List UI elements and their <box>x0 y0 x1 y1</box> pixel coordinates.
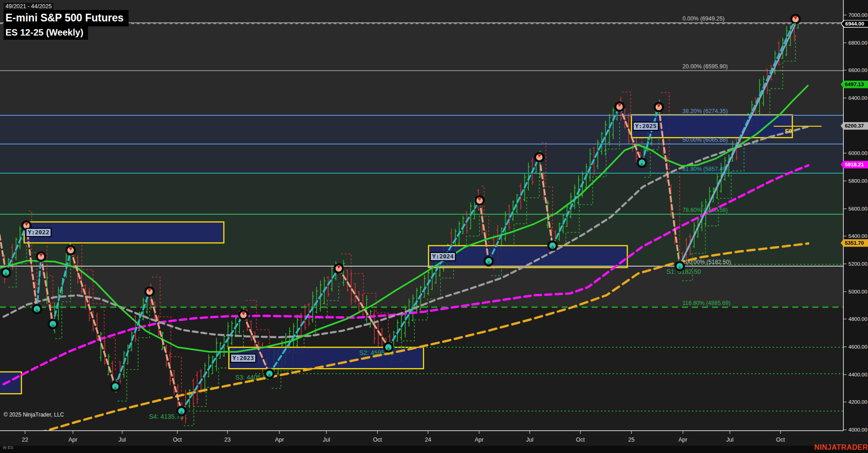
swing-high-marker[interactable] <box>36 252 46 262</box>
chart-title: E-mini S&P 500 Futures <box>4 10 129 26</box>
time-tick-label: Apr <box>678 437 687 443</box>
swing-low-marker[interactable] <box>110 381 121 392</box>
price-badge: 6200.37 <box>841 122 868 130</box>
time-tick-label: Jul <box>119 437 126 443</box>
year-box-label: Y:2024 <box>430 252 456 261</box>
fib-level-label: 61.80% (5857.40) <box>682 166 728 172</box>
time-tick-label: Oct <box>776 437 785 443</box>
fib-level-label: 0.00% (6949.25) <box>682 15 724 22</box>
swing-high-marker[interactable] <box>475 196 485 206</box>
price-tick-label: 6400.00 <box>848 95 868 101</box>
time-tick-label: Oct <box>576 437 585 443</box>
swing-high-marker[interactable] <box>790 14 801 25</box>
time-tick-label: 24 <box>425 437 431 443</box>
price-tick-label: 4400.00 <box>848 372 868 377</box>
time-tick-label: Oct <box>373 437 382 443</box>
swing-high-marker[interactable] <box>615 102 625 112</box>
swing-low-marker[interactable] <box>176 406 187 417</box>
swing-high-marker[interactable] <box>66 245 76 256</box>
swing-high-marker[interactable] <box>534 152 545 163</box>
price-badge-value: 6944.00 <box>842 21 868 27</box>
price-tick-label: 4600.00 <box>848 344 868 350</box>
price-tick-label: 4200.00 <box>848 399 868 405</box>
chart-window: 0.00% (6949.25)20.00% (6595.90)38.20% (6… <box>0 0 868 453</box>
fib-extension-label: F0 <box>785 128 792 134</box>
price-badge: 5918.21 <box>841 161 868 169</box>
price-tick-label: 6000.00 <box>848 150 868 156</box>
instrument-tag: W ES <box>3 445 13 450</box>
fib-level-label: 20.00% (6595.90) <box>682 63 728 70</box>
time-axis-strip[interactable] <box>0 431 868 446</box>
swing-low-marker[interactable] <box>48 319 58 329</box>
swing-low-marker[interactable] <box>383 342 394 353</box>
swing-low-marker[interactable] <box>32 304 42 314</box>
time-tick-label: Jul <box>526 437 533 443</box>
price-tick-label: 5400.00 <box>848 233 868 239</box>
time-tick-label: Apr <box>475 437 483 443</box>
price-badge: 5351.70 <box>841 239 868 247</box>
status-strip <box>0 446 868 453</box>
swing-low-marker[interactable] <box>1 268 11 278</box>
year-box-label: Y:2022 <box>26 228 52 237</box>
swing-low-marker[interactable] <box>484 256 494 267</box>
swing-high-marker[interactable] <box>238 310 249 320</box>
time-tick-label: Apr <box>68 437 77 443</box>
swing-high-marker[interactable] <box>654 102 664 113</box>
year-box-label: Y:2025 <box>633 122 659 131</box>
ninjatrader-logo: NINJATRADER <box>814 443 868 452</box>
swing-high-marker[interactable] <box>334 263 344 274</box>
time-tick-label: Apr <box>275 437 284 443</box>
time-tick-label: Jul <box>323 437 330 443</box>
price-tick-label: 6800.00 <box>848 40 868 46</box>
price-tick-label: 5800.00 <box>848 178 868 184</box>
swing-low-marker[interactable] <box>637 158 647 168</box>
copyright-label: © 2025 NinjaTrader, LLC <box>4 412 64 418</box>
price-tick-label: 4800.00 <box>848 316 868 322</box>
fib-extension-line <box>774 126 822 127</box>
swing-high-marker[interactable] <box>145 287 155 297</box>
price-axis-strip[interactable] <box>843 0 868 431</box>
time-tick-label: 22 <box>22 437 28 443</box>
time-tick-label: 25 <box>628 437 635 443</box>
price-tick-label: 7000.00 <box>848 12 868 18</box>
swing-low-marker[interactable] <box>675 261 685 272</box>
fib-level-label: 116.80% (4885.69) <box>682 300 730 306</box>
fib-level-label: 38.20% (6274.35) <box>682 108 728 114</box>
chart-subtitle: ES 12-25 (Weekly) <box>4 26 88 40</box>
time-tick-label: Jul <box>726 437 734 443</box>
time-tick-label: 23 <box>224 437 231 443</box>
price-badge: 6497.13 <box>841 81 868 88</box>
price-tick-label: 5000.00 <box>848 289 868 294</box>
price-tick-label: 5200.00 <box>848 261 868 267</box>
year-range-box[interactable] <box>24 222 224 243</box>
price-tick-label: 6600.00 <box>848 67 868 73</box>
chart-canvas[interactable]: 0.00% (6949.25)20.00% (6595.90)38.20% (6… <box>0 0 868 453</box>
year-range-box[interactable] <box>0 372 21 394</box>
price-tick-label: 4000.00 <box>848 427 868 432</box>
price-tick-label: 5600.00 <box>848 206 868 211</box>
swing-low-marker[interactable] <box>548 241 558 251</box>
visible-range-label: 49/2021 - 44/2025 <box>4 3 53 10</box>
time-tick-label: Oct <box>173 437 182 443</box>
price-badge: 6944.00 <box>841 20 868 28</box>
swing-low-marker[interactable] <box>264 369 275 379</box>
fib-level-label: 50.00% (6065.88) <box>682 137 728 143</box>
year-box-label: Y:2023 <box>230 354 256 363</box>
